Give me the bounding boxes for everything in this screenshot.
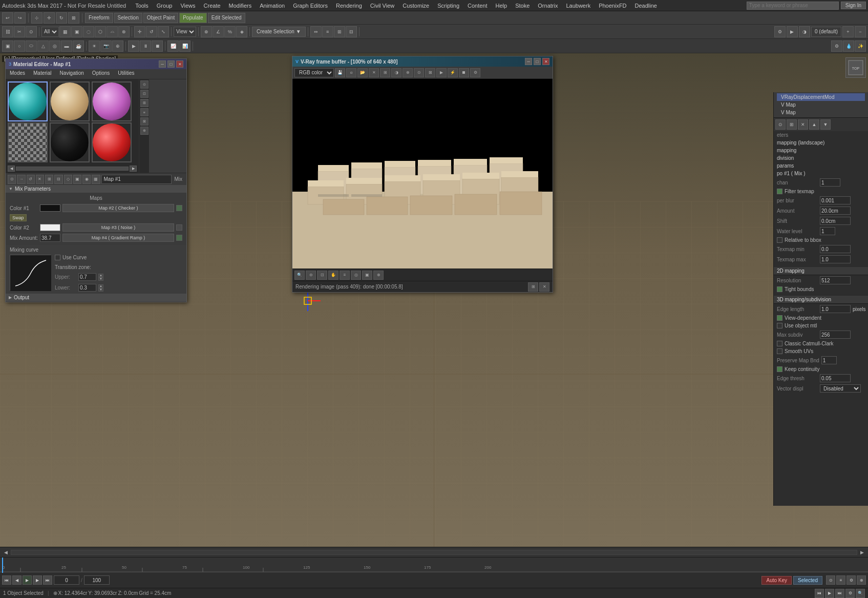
resolution-input[interactable] — [820, 276, 851, 284]
filter-texmap-checkbox[interactable] — [777, 189, 782, 194]
water-level-input[interactable] — [820, 227, 835, 235]
spacing-icon[interactable]: ⊞ — [334, 26, 345, 37]
scroll-track[interactable] — [16, 167, 129, 171]
props-move-up-btn[interactable]: ▲ — [809, 119, 819, 130]
go-end-btn[interactable]: ⏭ — [43, 575, 52, 585]
light-tool-icon[interactable]: ☀ — [89, 40, 100, 52]
dynamics-icon[interactable]: 💧 — [843, 40, 854, 52]
status-play-btn[interactable]: ▶ — [825, 589, 834, 598]
selection-btn[interactable]: Selection — [114, 13, 142, 23]
relative-bbox-checkbox[interactable] — [777, 237, 782, 243]
teapot-tool-icon[interactable]: ☕ — [73, 40, 84, 52]
upper-input[interactable] — [78, 273, 96, 281]
torus-tool-icon[interactable]: ◎ — [49, 40, 60, 52]
mat-sample-checker[interactable] — [8, 122, 48, 162]
edit-selected-btn[interactable]: Edit Selected — [208, 13, 245, 23]
mat-delete-btn[interactable]: ✕ — [36, 175, 44, 184]
menu-customize[interactable]: Customize — [398, 2, 433, 10]
mat-name-field[interactable] — [101, 175, 172, 184]
mat-side-icon-2[interactable]: ⊡ — [140, 90, 149, 98]
timeline-back-btn[interactable]: ◀ — [2, 550, 10, 555]
vray-settings-btn[interactable]: ⚙ — [470, 68, 480, 77]
vray-save-btn[interactable]: 💾 — [335, 68, 345, 77]
upper-spin-down[interactable]: ▼ — [98, 277, 103, 281]
box-tool-icon[interactable]: ▣ — [2, 40, 13, 52]
move-icon[interactable]: ✛ — [44, 12, 55, 24]
preserve-map-bnd-input[interactable] — [821, 356, 837, 364]
pause-btn-icon[interactable]: ⏸ — [140, 40, 151, 52]
go-start-btn[interactable]: ⏮ — [2, 575, 11, 585]
vray-pan-btn[interactable]: ✋ — [328, 271, 338, 280]
auto-key-btn[interactable]: Auto Key — [761, 576, 792, 585]
align-icon[interactable]: ≡ — [322, 26, 333, 37]
sign-in-button[interactable]: Sign In — [841, 2, 866, 9]
modes-menu[interactable]: Modes — [6, 69, 29, 79]
material-editor-titlebar[interactable]: 3 Material Editor - Map #1 ─ □ ✕ — [6, 59, 186, 69]
curve-canvas[interactable] — [10, 255, 51, 291]
vray-save-alpha-btn[interactable]: α — [346, 68, 356, 77]
texmap-max-input[interactable] — [820, 255, 851, 263]
vray-show-pixels-btn[interactable]: ⊠ — [425, 68, 435, 77]
color2-swatch[interactable] — [40, 224, 60, 231]
timeline-fwd-btn[interactable]: ▶ — [858, 550, 866, 555]
anim-settings-btn[interactable]: ⚙ — [846, 575, 856, 585]
menu-content[interactable]: Content — [463, 2, 492, 10]
tight-bounds-checkbox[interactable] — [777, 286, 782, 292]
vray-load-btn[interactable]: 📂 — [357, 68, 368, 77]
rotate-gizmo-icon[interactable]: ↺ — [146, 26, 157, 37]
sphere-tool-icon[interactable]: ○ — [14, 40, 25, 52]
clone-icon[interactable]: ⊟ — [346, 26, 357, 37]
link-icon[interactable]: ⛓ — [2, 26, 13, 37]
vray-show-lens-btn[interactable]: ◎ — [351, 271, 361, 280]
mirror-icon[interactable]: ⇔ — [310, 26, 322, 37]
map4-button[interactable]: Map #4 ( Gradient Ramp ) — [62, 234, 174, 242]
material-menu[interactable]: Material — [29, 69, 56, 79]
frame-end-input[interactable] — [84, 575, 110, 585]
menu-deadline[interactable]: Deadline — [631, 2, 661, 10]
vray-history-btn[interactable]: ⊙ — [414, 68, 424, 77]
mat-unique-btn[interactable]: ◇ — [64, 175, 72, 184]
vray-channels-btn[interactable]: ≡ — [340, 271, 350, 280]
amount-input[interactable] — [820, 207, 851, 215]
vray-close-btn[interactable]: ✕ — [542, 58, 549, 65]
map2-check[interactable] — [176, 205, 182, 211]
mat-reset-btn[interactable]: ↺ — [27, 175, 35, 184]
map3-button[interactable]: Map #3 ( Noise ) — [62, 223, 174, 232]
mat-side-icon-6[interactable]: ⊕ — [140, 127, 149, 135]
map4-check[interactable] — [176, 235, 182, 241]
menu-graph-editors[interactable]: Graph Editors — [289, 2, 332, 10]
mat-background-btn[interactable]: ▦ — [92, 175, 100, 184]
selected-btn[interactable]: Selected — [793, 576, 822, 585]
menu-create[interactable]: Create — [200, 2, 225, 10]
lower-spin-up[interactable]: ▲ — [98, 284, 103, 288]
view-dependent-checkbox[interactable] — [777, 315, 782, 321]
search-input[interactable] — [747, 2, 839, 10]
filter-dropdown[interactable]: All — [41, 27, 59, 37]
props-render-1-btn[interactable]: ⊙ — [775, 119, 786, 130]
freeform-btn[interactable]: Freeform — [85, 13, 113, 23]
dope-sheet-icon[interactable]: 📊 — [179, 40, 190, 52]
mat-side-icon-1[interactable]: ⊙ — [140, 80, 149, 89]
render-setup-icon[interactable]: ⚙ — [774, 26, 786, 37]
menu-modifiers[interactable]: Modifiers — [225, 2, 256, 10]
undo-icon[interactable]: ↩ — [2, 12, 13, 24]
vmap-2-item[interactable]: V Map — [777, 109, 865, 116]
rect-select-icon[interactable]: ▣ — [71, 26, 82, 37]
use-object-mtl-checkbox[interactable] — [777, 323, 782, 328]
edge-thresh-input[interactable] — [820, 374, 851, 382]
nav-cube[interactable]: TOP — [845, 57, 866, 78]
smooth-uvs-checkbox[interactable] — [777, 348, 782, 354]
select-icon[interactable]: ⊹ — [31, 12, 43, 24]
camera-tool-icon[interactable]: 📷 — [100, 40, 112, 52]
minimize-button[interactable]: ─ — [159, 60, 166, 68]
vray-zoom-out-btn[interactable]: ⊖ — [306, 271, 316, 280]
mat-paste-btn[interactable]: ⊟ — [54, 175, 62, 184]
vmap-1-item[interactable]: V Map — [777, 101, 865, 109]
menu-laubwerk[interactable]: Laubwerk — [562, 2, 595, 10]
color1-swatch[interactable] — [40, 204, 60, 212]
status-search-btn[interactable]: 🔍 — [856, 589, 865, 598]
vray-zoom-in-btn[interactable]: 🔍 — [294, 271, 305, 280]
props-move-down-btn[interactable]: ▼ — [820, 119, 831, 130]
status-prev-btn[interactable]: ⏮ — [815, 589, 824, 598]
anim-filters-btn[interactable]: ≡ — [836, 575, 845, 585]
